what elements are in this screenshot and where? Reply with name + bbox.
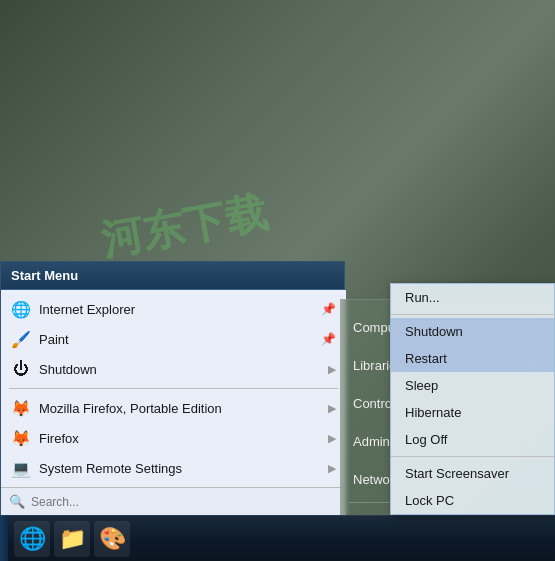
menu-item-ie[interactable]: 🌐 Internet Explorer 📌 [1, 294, 346, 324]
paint-pin-icon: 📌 [321, 332, 336, 346]
taskbar-icon-ie[interactable]: 🌐 [14, 521, 50, 557]
shutdown-icon: ⏻ [11, 359, 31, 379]
start-menu: Start Menu 🌐 Internet Explorer 📌 🖌️ Pain… [0, 261, 345, 515]
search-icon: 🔍 [9, 494, 25, 509]
submenu-run[interactable]: Run... [391, 284, 554, 311]
submenu-logoff[interactable]: Log Off [391, 426, 554, 453]
submenu-restart[interactable]: Restart [391, 345, 554, 372]
remote-label: System Remote Settings [39, 461, 320, 476]
submenu-sep-1 [391, 314, 554, 315]
menu-item-firefox-portable[interactable]: 🦊 Mozilla Firefox, Portable Edition ▶ [1, 393, 346, 423]
menu-separator-1 [9, 388, 338, 389]
menu-item-firefox[interactable]: 🦊 Firefox ▶ [1, 423, 346, 453]
submenu-lockpc[interactable]: Lock PC [391, 487, 554, 514]
start-menu-left: 🌐 Internet Explorer 📌 🖌️ Paint 📌 ⏻ Shutd… [1, 290, 346, 515]
submenu-hibernate[interactable]: Hibernate [391, 399, 554, 426]
taskbar: 🌐 📁 🎨 [0, 515, 555, 561]
shutdown-arrow-icon: ▶ [328, 363, 336, 376]
firefox-portable-label: Mozilla Firefox, Portable Edition [39, 401, 320, 416]
paint-icon: 🖌️ [11, 329, 31, 349]
start-menu-title: Start Menu [1, 262, 344, 290]
ie-label: Internet Explorer [39, 302, 313, 317]
remote-arrow: ▶ [328, 462, 336, 475]
taskbar-start-button[interactable] [0, 516, 8, 562]
watermark-chinese: 河东下载 [97, 186, 272, 269]
shutdown-label: Shutdown [39, 362, 320, 377]
remote-icon: 💻 [11, 458, 31, 478]
firefox-portable-arrow: ▶ [328, 402, 336, 415]
taskbar-icons: 🌐 📁 🎨 [8, 521, 136, 557]
submenu-shutdown[interactable]: Shutdown [391, 318, 554, 345]
submenu-sep-2 [391, 456, 554, 457]
firefox-portable-icon: 🦊 [11, 398, 31, 418]
menu-item-shutdown[interactable]: ⏻ Shutdown ▶ [1, 354, 346, 384]
search-input[interactable] [31, 495, 338, 509]
firefox-arrow: ▶ [328, 432, 336, 445]
paint-label: Paint [39, 332, 313, 347]
firefox-icon: 🦊 [11, 428, 31, 448]
submenu-sleep[interactable]: Sleep [391, 372, 554, 399]
ie-icon: 🌐 [11, 299, 31, 319]
ie-pin-icon: 📌 [321, 302, 336, 316]
menu-item-paint[interactable]: 🖌️ Paint 📌 [1, 324, 346, 354]
submenu-screensaver[interactable]: Start Screensaver [391, 460, 554, 487]
taskbar-paint-icon: 🎨 [99, 526, 126, 552]
menu-items-list: 🌐 Internet Explorer 📌 🖌️ Paint 📌 ⏻ Shutd… [1, 290, 346, 487]
shutdown-submenu: Run... Shutdown Restart Sleep Hibernate … [390, 283, 555, 515]
firefox-label: Firefox [39, 431, 320, 446]
menu-item-remote[interactable]: 💻 System Remote Settings ▶ [1, 453, 346, 483]
desktop: 河东下载 www.pc083.cn SOFTPEDIA Start Menu 🌐… [0, 0, 555, 561]
taskbar-icon-explorer[interactable]: 📁 [54, 521, 90, 557]
taskbar-ie-icon: 🌐 [19, 526, 46, 552]
search-bar: 🔍 [1, 487, 346, 515]
taskbar-icon-paint[interactable]: 🎨 [94, 521, 130, 557]
taskbar-explorer-icon: 📁 [59, 526, 86, 552]
